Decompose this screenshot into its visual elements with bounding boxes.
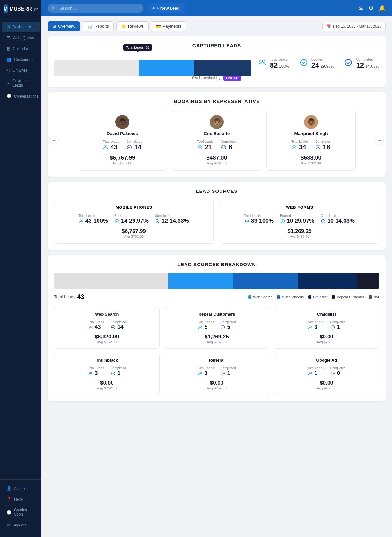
breakdown-amount-4: $0.00 bbox=[169, 380, 265, 386]
breakdown-amount-2: $0.00 bbox=[279, 334, 374, 340]
breakdown-meta: Total Leads 43 Web Search Miscellaneous … bbox=[54, 293, 379, 301]
breakdown-card-stats-3: Total Leads 3 Completed 1 bbox=[59, 366, 155, 377]
sidebar-item-coming-soon[interactable]: 🕐 Coming Soon bbox=[2, 505, 40, 519]
breakdown-total-2: Total Leads 3 bbox=[308, 320, 324, 330]
legend-label-misc: Miscellaneous bbox=[282, 295, 304, 299]
breakdown-total-value: 43 bbox=[77, 293, 84, 301]
sidebar-item-customers[interactable]: 👥 Customers bbox=[2, 54, 40, 65]
rep-completed-2: Completed 8 bbox=[221, 140, 236, 151]
breakdown-avg-4: Avg $752.00 bbox=[169, 386, 265, 390]
legend-dot-misc bbox=[277, 295, 280, 299]
svg-point-22 bbox=[91, 326, 92, 327]
svg-point-29 bbox=[331, 325, 334, 329]
breakdown-craigslist: Craigslist Total Leads 3 Completed bbox=[274, 307, 379, 349]
rep-avg-2: Avg $762.00 bbox=[178, 161, 256, 165]
legend-web-search: Web Search bbox=[248, 295, 272, 299]
breakdown-card-stats-0: Total Leads 43 Completed 14 bbox=[59, 320, 155, 330]
reviews-label: Reviews bbox=[128, 24, 144, 29]
rep-total-leads-2: Total Leads 21 bbox=[197, 140, 213, 151]
tab-reviews[interactable]: ⭐ Reviews bbox=[116, 21, 149, 31]
rep-stats-2: Total Leads 21 Completed 8 bbox=[178, 140, 256, 151]
work-queue-icon: ☰ bbox=[6, 35, 10, 40]
help-icon: ❓ bbox=[6, 497, 11, 502]
breakdown-amount-0: $6,320.99 bbox=[59, 334, 155, 340]
lead-sources-breakdown-card: LEAD SOURCES BREAKDOWN Total Leads 43 We… bbox=[48, 255, 386, 401]
svg-point-24 bbox=[199, 326, 200, 327]
reports-icon: 📊 bbox=[87, 24, 92, 29]
breakdown-seg-4 bbox=[298, 273, 357, 289]
legend-label-na: N/A bbox=[374, 295, 379, 299]
source-title-web: WEB FORMS bbox=[225, 205, 374, 210]
sidebar-item-help[interactable]: ❓ Help bbox=[2, 494, 40, 504]
breakdown-completed-4: Completed 1 bbox=[220, 366, 236, 377]
lead-sources-card: LEAD SOURCES MOBILE PHONES Total Leads 4… bbox=[48, 182, 386, 250]
stat-completed: Completed 1214.63% bbox=[344, 57, 379, 69]
sidebar-item-conversations[interactable]: 💬 Conversations bbox=[2, 91, 40, 101]
bookings-by-rep-title: BOOKINGS BY REPRESENTATIVE bbox=[54, 98, 379, 104]
svg-point-38 bbox=[331, 372, 334, 375]
sidebar-item-calendar[interactable]: ▦ Calendar bbox=[2, 43, 40, 54]
source-booked-mobile: Booked 14 29.97% bbox=[114, 214, 149, 224]
breakdown-total-4: Total Leads 1 bbox=[198, 366, 214, 377]
breakdown-completed-2: Completed 1 bbox=[330, 320, 345, 330]
svg-point-5 bbox=[105, 145, 107, 147]
rep-nav-left[interactable]: ← bbox=[50, 136, 59, 145]
notifications-icon[interactable]: 🔔 bbox=[379, 5, 386, 12]
search-input[interactable] bbox=[48, 4, 143, 13]
sidebar-item-work-queue[interactable]: ☰ Work Queue bbox=[2, 33, 40, 43]
svg-point-6 bbox=[127, 145, 132, 149]
rep-avatar-3: 👨🏾 bbox=[304, 115, 318, 129]
rep-cards-wrapper: ← 👨🏿 David Palacios Total Leads 43 bbox=[54, 110, 379, 171]
source-stats-web: Total Leads 39 100% Booked 10 bbox=[225, 214, 374, 224]
rep-cards: 👨🏿 David Palacios Total Leads 43 bbox=[54, 110, 379, 171]
rep-avatar-1: 👨🏿 bbox=[115, 115, 129, 129]
sidebar-expand-icon[interactable]: ⇄ bbox=[34, 6, 38, 12]
source-avg-web: Avg $423.08 bbox=[225, 235, 374, 238]
breakdown-avg-1: Avg $752.00 bbox=[169, 340, 265, 344]
breakdown-total-0: Total Leads 43 bbox=[88, 320, 104, 330]
breakdown-referral: Referral Total Leads 1 Completed bbox=[164, 353, 270, 395]
reviews-icon: ⭐ bbox=[121, 24, 126, 29]
breakdown-card-stats-5: Total Leads 1 Completed 0 bbox=[279, 366, 374, 377]
brand-logo[interactable]: M MUBERR ⇄ bbox=[0, 0, 41, 18]
reports-label: Reports bbox=[94, 24, 109, 29]
date-range[interactable]: 📅 Feb 15, 2023 - Mar 17, 2023 bbox=[322, 22, 386, 31]
booked-icon bbox=[299, 58, 308, 69]
new-lead-button[interactable]: + + New Lead bbox=[147, 3, 185, 13]
tab-payments[interactable]: 💳 Payments bbox=[151, 21, 186, 31]
svg-point-11 bbox=[294, 145, 296, 147]
sidebar-item-dashboard[interactable]: ⊞ Dashboard bbox=[2, 22, 40, 32]
breakdown-avg-3: Avg $752.00 bbox=[59, 386, 155, 390]
tab-overview[interactable]: ⊞ Overview bbox=[48, 21, 80, 31]
svg-point-26 bbox=[221, 325, 225, 329]
sidebar-item-account[interactable]: 👤 Account bbox=[2, 483, 40, 494]
sidebar-item-label: Conversations bbox=[14, 94, 39, 98]
booked-info: Booked 2429.97% bbox=[311, 57, 335, 69]
legend-dot-craigslist bbox=[308, 295, 311, 299]
sidebar-item-customer-leads[interactable]: ✦ Customer Leads bbox=[2, 76, 40, 91]
rep-nav-right[interactable]: → bbox=[375, 136, 384, 145]
rep-amount-2: $487.00 bbox=[178, 155, 256, 161]
breakdown-completed-3: Completed 1 bbox=[111, 366, 126, 377]
source-total-web: Total Leads 39 100% bbox=[244, 214, 274, 224]
settings-icon[interactable]: ⚙ bbox=[368, 5, 374, 12]
bar-segment-2 bbox=[139, 60, 194, 76]
svg-point-17 bbox=[245, 220, 247, 221]
account-icon: 👤 bbox=[6, 486, 11, 491]
svg-point-9 bbox=[222, 145, 226, 149]
svg-point-3 bbox=[345, 59, 352, 66]
legend-dot-web-search bbox=[248, 295, 251, 299]
svg-point-4 bbox=[104, 145, 105, 147]
rep-amount-3: $688.00 bbox=[272, 155, 350, 161]
svg-point-32 bbox=[111, 372, 115, 375]
topbar: 🔍 + + New Lead ✉ ⚙ 🔔 bbox=[41, 0, 392, 16]
rep-card-1: 👨🏿 David Palacios Total Leads 43 bbox=[78, 110, 167, 171]
sidebar-item-sign-out[interactable]: ↩ Sign out bbox=[2, 520, 40, 530]
mail-icon[interactable]: ✉ bbox=[359, 5, 363, 12]
rep-name-2: Cris Basulto bbox=[178, 131, 256, 136]
sidebar-item-on-sites[interactable]: ◎ On-Sites bbox=[2, 65, 40, 76]
rep-name-1: David Palacios bbox=[83, 131, 162, 136]
tab-reports[interactable]: 📊 Reports bbox=[83, 21, 114, 31]
svg-point-10 bbox=[293, 145, 294, 147]
breakdown-completed-5: Completed 0 bbox=[330, 366, 345, 377]
